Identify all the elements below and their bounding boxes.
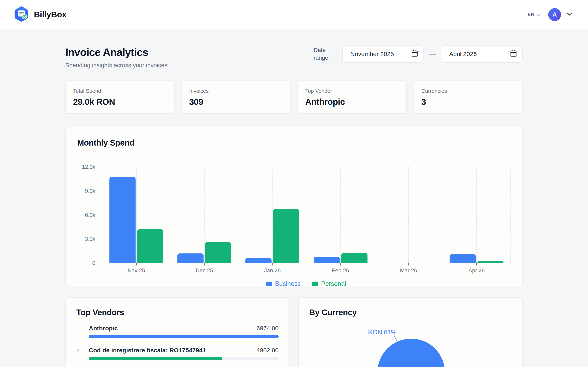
y-axis-label: 12.0k	[63, 164, 95, 170]
stat-card-total-spend: Total Spend 29.0k RON	[65, 80, 174, 114]
stat-label: Currencies	[421, 88, 515, 94]
x-axis-label: Jan 26	[264, 267, 281, 274]
stat-card-currencies: Currencies 3	[414, 80, 523, 114]
vendor-name: Cod de inregistrare fiscala: RO17547941	[89, 347, 256, 354]
v-gridline	[272, 167, 273, 263]
stat-label: Invoices	[189, 88, 283, 94]
legend-item-business[interactable]: Business	[266, 280, 301, 287]
vendor-row-anthropic: 1Anthropic6974.00	[76, 325, 279, 338]
bar-personal-jan-26	[273, 209, 299, 263]
chart-legend: BusinessPersonal	[102, 280, 510, 287]
account-chevron-down-icon	[567, 12, 572, 17]
stat-value: 309	[189, 97, 283, 107]
legend-swatch	[266, 282, 272, 286]
legend-label: Personal	[321, 280, 346, 287]
top-vendors-title: Top Vendors	[76, 308, 279, 317]
vendor-bar-fill	[89, 357, 222, 360]
language-selector[interactable]: EN	[527, 12, 540, 17]
bottom-cards-row: Top Vendors 1Anthropic6974.002Cod de inr…	[65, 297, 523, 367]
bar-personal-apr-26	[477, 261, 503, 263]
legend-item-personal[interactable]: Personal	[312, 280, 346, 287]
calendar-icon[interactable]	[412, 50, 418, 58]
h-gridline	[102, 215, 510, 215]
y-axis-tick	[99, 263, 102, 263]
main-content: Invoice Analytics Spending insights acro…	[0, 29, 588, 367]
v-gridline	[136, 167, 137, 263]
date-range-separator: —	[429, 50, 436, 58]
by-currency-card: By Currency RON 61%	[298, 297, 523, 367]
y-axis-tick	[99, 191, 102, 191]
stat-value: 3	[421, 97, 515, 107]
language-chevron-down-icon	[536, 12, 540, 17]
page-title-block: Invoice Analytics Spending insights acro…	[65, 47, 167, 69]
stat-label: Top Vendor	[305, 88, 399, 94]
date-range-controls: Date range: November 2025 — April 2026	[314, 45, 523, 63]
v-gridline	[476, 167, 477, 263]
legend-label: Business	[275, 280, 301, 287]
vendor-row-header: 2Cod de inregistrare fiscala: RO17547941…	[76, 347, 279, 354]
stat-card-invoices: Invoices 309	[182, 80, 291, 114]
x-axis-label: Apr 26	[468, 267, 485, 274]
h-gridline	[102, 167, 510, 167]
monthly-spend-chart: 12.0k9.0k6.0k3.0k0Nov 25Dec 25Jan 26Feb …	[102, 167, 510, 263]
language-label: EN	[527, 12, 534, 17]
brand[interactable]: BillyBox	[14, 6, 67, 23]
x-axis-tick	[476, 263, 477, 266]
date-range-label: Date range:	[314, 46, 337, 62]
x-axis-label: Feb 26	[332, 267, 349, 274]
monthly-spend-title: Monthly Spend	[77, 138, 511, 147]
h-gridline	[102, 239, 510, 239]
vendor-bar-fill	[89, 335, 279, 338]
vendor-row-cod-de-inregistrare-fiscala-ro: 2Cod de inregistrare fiscala: RO17547941…	[76, 347, 279, 360]
vendor-amount: 6974.00	[256, 325, 278, 332]
v-gridline	[204, 167, 205, 263]
bar-business-jan-26	[245, 258, 272, 263]
chart-plot-area: 12.0k9.0k6.0k3.0k0Nov 25Dec 25Jan 26Feb …	[102, 167, 510, 263]
y-axis-label: 9.0k	[63, 188, 95, 194]
vendor-row-header: 1Anthropic6974.00	[76, 325, 279, 332]
vendor-list: 1Anthropic6974.002Cod de inregistrare fi…	[76, 325, 279, 367]
legend-swatch	[312, 282, 318, 286]
billybox-logo-icon	[14, 6, 29, 23]
avatar[interactable]: A	[548, 8, 561, 21]
y-axis-label: 0	[63, 260, 95, 266]
stat-cards-row: Total Spend 29.0k RON Invoices 309 Top V…	[65, 80, 523, 114]
date-from-input[interactable]: November 2025	[342, 45, 424, 63]
bar-personal-dec-25	[205, 242, 231, 263]
v-gridline	[340, 167, 341, 263]
account-menu[interactable]: A	[548, 8, 572, 21]
top-vendors-card: Top Vendors 1Anthropic6974.002Cod de inr…	[65, 297, 289, 367]
bar-business-feb-26	[314, 257, 340, 263]
bar-business-dec-25	[177, 253, 204, 263]
stat-label: Total Spend	[73, 88, 167, 94]
page-header-row: Invoice Analytics Spending insights acro…	[65, 47, 523, 69]
bar-personal-nov-25	[137, 229, 163, 263]
y-axis-label: 6.0k	[63, 212, 95, 218]
pie-slice-callout: RON 61%	[368, 329, 397, 336]
calendar-icon[interactable]	[510, 50, 517, 58]
invoice-analytics-page: BillyBox EN A Invoice Analytics Spending…	[0, 0, 588, 367]
x-axis-tick	[204, 263, 205, 266]
stat-value: Anthropic	[305, 97, 399, 107]
vendor-bar-track	[89, 335, 279, 338]
page-title: Invoice Analytics	[65, 47, 167, 58]
by-currency-title: By Currency	[309, 308, 512, 317]
monthly-spend-card: Monthly Spend 12.0k9.0k6.0k3.0k0Nov 25De…	[65, 127, 523, 287]
x-axis-label: Dec 25	[196, 267, 213, 274]
pie-chart-ron-slice	[378, 339, 445, 367]
stat-value: 29.0k RON	[73, 97, 167, 107]
vendor-name: Anthropic	[89, 325, 256, 332]
date-to-input[interactable]: April 2026	[441, 45, 523, 63]
vendor-amount: 4902.00	[256, 347, 278, 354]
x-axis-tick	[408, 263, 409, 266]
page-subtitle: Spending insights across your invoices	[65, 62, 167, 69]
stat-card-top-vendor: Top Vendor Anthropic	[297, 80, 407, 114]
topbar-right: EN A	[527, 8, 572, 21]
y-axis-tick	[99, 239, 102, 239]
bar-business-apr-26	[450, 254, 476, 263]
date-to-value: April 2026	[449, 50, 477, 58]
top-navigation-bar: BillyBox EN A	[0, 0, 588, 29]
vendor-bar-track	[89, 357, 279, 360]
y-axis-tick	[99, 167, 102, 167]
x-axis-label: Nov 25	[128, 267, 145, 274]
